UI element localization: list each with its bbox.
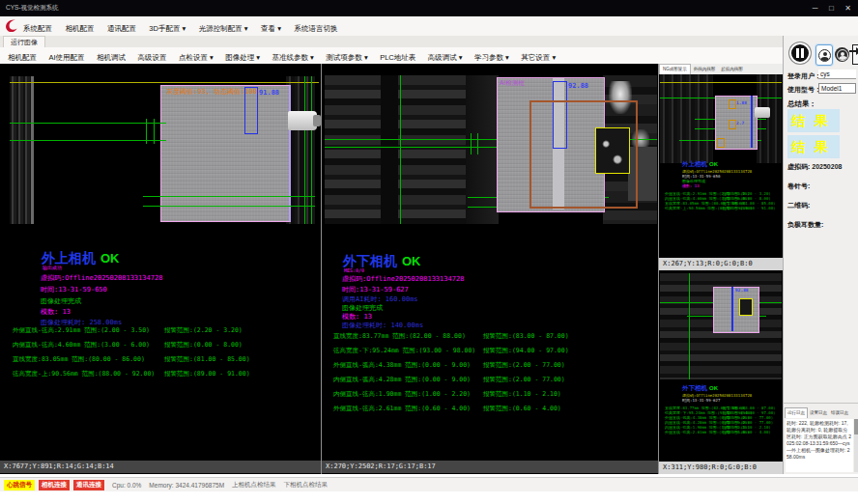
measurement-row: 弦高宽度-上:90.56mm 范围:(88.00 - 92.00) 报警范围:(… [13, 370, 318, 378]
result-ok-badge: OK [100, 251, 120, 266]
tab-count-label: 负极耳数量: [787, 220, 823, 230]
barcode-line: 虚拟码:Offline20250208133134728 [342, 274, 464, 284]
machine-gap [381, 75, 398, 224]
pixel-coordinate-bar-thumb-lower: X:311;Y:980;R:0;G:0;B:0 [659, 462, 783, 474]
measurement-value: 内侧直线-弦高:4.60mm 范围:(3.00 - 6.00) [13, 341, 150, 349]
minimize-icon[interactable]: ─ [807, 0, 823, 16]
alarm-range: 报警范围:(81.00 - 85.00) [164, 355, 250, 364]
baseline-yellow [660, 82, 782, 83]
time-line: 时间:13-31-59-627 [342, 285, 409, 294]
thumbnail-view-lower[interactable]: 92.88 外下相机OK 虚拟码:Offline2025020813313472… [659, 270, 784, 474]
camera-name: 外上相机 [682, 160, 707, 168]
camera-view-lower[interactable]: AI检测框 92.88 外下相机OK MES:0/0 虚拟码:Offline20… [322, 64, 659, 474]
measurement-value: 直线宽度:83.77mm 范围:(82.00 - 88.00) [333, 332, 466, 340]
tab-row: 运行图像 [0, 36, 783, 47]
thumbnail-image-lower: 92.88 [660, 273, 782, 379]
divider [784, 403, 858, 404]
measurement-value: 外侧直线-弦高:2.91mm 范围:(2.00 - 3.50) [13, 326, 150, 334]
result-box-lower: 结 果 [787, 135, 840, 158]
machine-edge [31, 76, 34, 224]
log-scrollbar[interactable] [854, 419, 858, 472]
tab-vibration[interactable]: 起振内残图 [718, 65, 746, 74]
log-text[interactable]: 耗时: 222, 轮廓检测耗时: 17, 轮廓分离耗时: 0, 轮廓提取分区耗时… [786, 419, 853, 472]
login-user-value[interactable]: cys [818, 70, 856, 79]
alarm-range: 报警范围:(2.00 - 77.00) [483, 376, 565, 384]
alarm-range: 报警范围:(0.60 - 4.00) [723, 430, 771, 434]
measure-box [751, 96, 753, 148]
roi-box-yellow [739, 298, 753, 316]
elapsed-line: 图像处理耗时: 140.00ms [342, 321, 423, 330]
user-icon [837, 49, 848, 61]
result-text-lower: 结 果 [787, 135, 840, 158]
tab-run-log[interactable]: 运行日志 [785, 407, 808, 418]
measure-line [400, 75, 401, 224]
measure-box [731, 287, 733, 331]
toolbar: 相机配置 AI使用配置 相机调试 高级设置 点检设置 ▾ 图像处理 ▾ 基准线参… [0, 47, 783, 65]
tab-error-log[interactable]: 错误日志 [829, 408, 850, 418]
measure-value-tag: 92.88 [568, 82, 588, 90]
result-ok-badge: OK [709, 161, 718, 167]
camera-name: 外下相机 [682, 384, 707, 392]
roi-box-orange [729, 120, 736, 129]
measure-line [143, 206, 315, 207]
status-bar: 心跳信号 相机连接 通讯连接 Cpu: 0.0% Memory: 3424.41… [0, 477, 858, 491]
thumbnail-view-upper[interactable]: NG成图显示外残内残图起振内残图 1.88 2.7 外上相机OK 虚拟码:Off… [659, 64, 784, 270]
result-text-upper: 结 果 [787, 109, 840, 132]
exit-button[interactable] [852, 44, 858, 65]
model-value[interactable]: Model1 [818, 83, 856, 94]
login-user-label: 登录用户： [787, 71, 821, 81]
measurement-row: 直线宽度:83.77mm 范围:(82.00 - 88.00) 报警范围:(83… [333, 332, 639, 341]
close-icon[interactable]: ✕ [840, 0, 856, 16]
result-box-upper: 结 果 [787, 109, 840, 132]
measure-value-tag: 91.88 [259, 89, 279, 97]
window-controls: ─ □ ✕ [807, 0, 856, 16]
result-ok-badge: OK [709, 385, 718, 391]
model-label: 使用型号： [787, 85, 821, 95]
product-region [160, 85, 291, 222]
alarm-range: 报警范围:(2.20 - 3.20) [164, 326, 243, 335]
camera-name: 外下相机 [343, 253, 397, 268]
time-line: 时间:13-31-59-650 [41, 285, 107, 294]
maximize-icon[interactable]: □ [823, 0, 840, 16]
login-user-button[interactable] [815, 44, 833, 66]
measurement-row: 弦高宽度-下:95.24mm 范围:(93.00 - 98.00) 报警范围:(… [333, 347, 639, 355]
measurement-row: 外侧直线-弧高:4.38mm 范围:(0.00 - 9.00) 报警范围:(2.… [333, 361, 639, 370]
measure-value-tag: 92.88 [735, 288, 749, 293]
camera-view-upper[interactable]: 灰度阈值:93, 动态阈值:100 91.88 外上相机OK 输出成功 虚拟码:… [0, 64, 322, 474]
process-done-line: 图像处理完成 [41, 296, 81, 306]
tab-settings-log[interactable]: 设置日志 [808, 408, 829, 418]
comm-connection-badge: 通讯连接 [73, 480, 104, 490]
log-tabs: 运行日志设置日志错误日志 [785, 407, 858, 418]
user-icon [818, 49, 831, 62]
measurement-row: 内侧直线-弦高:4.60mm 范围:(3.00 - 6.00) 报警范围:(0.… [13, 341, 318, 350]
thumb-camera-title: 外上相机OK [682, 160, 718, 169]
tab-outer-inner[interactable]: 外残内残图 [691, 65, 719, 74]
measurement-value: 内侧直线-弧高:4.28mm 范围:(0.00 - 9.00) [333, 376, 471, 383]
pause-button[interactable] [789, 42, 811, 64]
measurement-value: 弦高宽度-下:95.24mm 范围:(93.00 - 98.00) [333, 347, 475, 354]
qr-code-label: 二维码: [787, 201, 810, 210]
alarm-range: 报警范围:(0.00 - 8.00) [164, 341, 243, 350]
measure-line [10, 123, 166, 124]
measurement-row: 外侧直线-弦高:2.91mm 范围:(2.00 - 3.50) 报警范围:(2.… [13, 326, 318, 335]
measure-line [10, 140, 166, 141]
upper-camera-check-result: 上相机点检结果 [232, 481, 276, 490]
log-scrollbar-thumb[interactable] [854, 419, 858, 434]
measurement-value: 弦高宽度-上:90.56mm 范围:(88.00 - 92.00) [13, 370, 155, 378]
measurement-value: 外侧直线-弧高:4.38mm 范围:(0.00 - 9.00) [333, 361, 471, 369]
pause-icon [796, 48, 799, 58]
machine-band [10, 76, 31, 224]
measure-tick [471, 133, 472, 154]
measure-box [244, 87, 258, 134]
user-icon-body [820, 57, 829, 62]
menu-items: 系统配置 相机配置 通讯配置 3D手配置 ▾ 光源控制配置 ▾ 查看 ▾ 系统语… [23, 16, 346, 36]
operator-button[interactable] [835, 47, 849, 62]
titlebar: CYS-视觉检测系统 ─ □ ✕ [0, 0, 858, 16]
tab-ng-image[interactable]: NG成图显示 [659, 64, 691, 74]
camera-connection-badge: 相机连接 [39, 480, 70, 490]
measure-line [304, 76, 305, 224]
barcode-line: 虚拟码:Offline20250208133134728 [41, 273, 162, 283]
thumb-measurement-row: 弦高宽度-上:90.56mm 范围:(88.00 - 92.00) 报警范围:(… [665, 206, 753, 210]
app-window: CYS-视觉检测系统 ─ □ ✕ 系统配置 相机配置 通讯配置 3D手配置 ▾ … [0, 0, 858, 504]
total-result-label: 总结果： [787, 99, 816, 109]
